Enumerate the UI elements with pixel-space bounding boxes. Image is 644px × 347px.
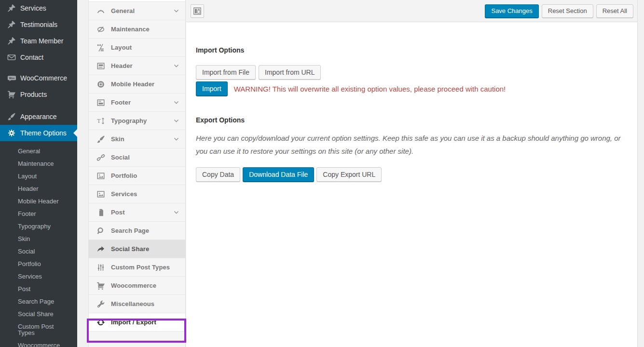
sidebar-item-label: Theme Options <box>20 129 67 137</box>
theme-menu-label: Footer <box>111 99 131 106</box>
sidebar-item-label: Appearance <box>20 113 57 120</box>
theme-menu-item-layout[interactable]: Layout <box>89 39 185 57</box>
layout-icon <box>96 43 105 52</box>
copy-export-url-button[interactable]: Copy Export URL <box>316 167 382 182</box>
share-icon <box>96 245 105 254</box>
sidebar-item-label: WooCommerce <box>20 74 67 82</box>
circle-icon <box>96 80 105 89</box>
pin-icon <box>7 20 16 29</box>
theme-menu-item-miscellaneous[interactable]: Miscellaneous <box>89 295 185 313</box>
theme-menu-label: Typography <box>111 117 147 124</box>
submenu-item-search-page[interactable]: Search Page <box>0 295 77 308</box>
submenu-item-post[interactable]: Post <box>0 283 77 295</box>
sidebar-item-contact[interactable]: Contact <box>0 49 77 66</box>
sidebar-item-label: Services <box>20 4 46 12</box>
chevron-down-icon <box>173 8 179 14</box>
cart-icon <box>96 281 105 290</box>
submenu-item-social[interactable]: Social <box>0 245 77 258</box>
theme-options-menu-panel: General Maintenance Layout Header Mobile… <box>88 0 186 347</box>
sidebar-item-testimonials[interactable]: Testimonials <box>0 16 77 33</box>
link-icon <box>96 153 105 162</box>
pin-icon <box>7 3 16 13</box>
theme-menu-label: Miscellaneous <box>111 300 154 307</box>
theme-menu-label: Search Page <box>111 227 149 234</box>
import-from-file-button[interactable]: Import from File <box>196 65 256 80</box>
submenu-item-general[interactable]: General <box>0 145 77 158</box>
reset-section-button[interactable]: Reset Section <box>542 4 593 18</box>
chevron-down-icon <box>173 209 179 215</box>
header-box-icon <box>96 62 105 70</box>
submenu-item-maintenance[interactable]: Maintenance <box>0 158 77 170</box>
import-action-row: Import WARNING! This will overwrite all … <box>196 81 628 96</box>
theme-menu-item-portfolio[interactable]: Portfolio <box>89 167 185 185</box>
typography-icon: T <box>96 117 105 125</box>
submenu-item-typography[interactable]: Typography <box>0 220 77 233</box>
theme-menu-item-post[interactable]: Post <box>89 203 185 222</box>
theme-menu-label: Maintenance <box>111 26 150 33</box>
theme-menu-item-search-page[interactable]: Search Page <box>89 222 185 240</box>
submenu-item-skin[interactable]: Skin <box>0 233 77 245</box>
topbar-actions: Save Changes Reset Section Reset All <box>485 4 633 18</box>
search-icon <box>96 227 105 235</box>
theme-menu-item-typography[interactable]: T Typography <box>89 112 185 130</box>
submenu-item-mobile-header[interactable]: Mobile Header <box>0 195 77 208</box>
theme-menu-label: Mobile Header <box>111 80 154 88</box>
theme-menu-item-social-share[interactable]: Social Share <box>89 240 185 258</box>
sidebar-item-woocommerce[interactable]: Woo WooCommerce <box>0 70 77 86</box>
submenu-item-header[interactable]: Header <box>0 183 77 195</box>
export-buttons: Copy Data Download Data File Copy Export… <box>196 167 628 182</box>
theme-menu-label: Layout <box>111 44 132 51</box>
theme-menu-label: Header <box>111 62 133 69</box>
import-button[interactable]: Import <box>196 81 228 96</box>
submenu-item-footer[interactable]: Footer <box>0 208 77 220</box>
save-changes-button[interactable]: Save Changes <box>485 4 538 18</box>
theme-menu-item-header[interactable]: Header <box>89 57 185 75</box>
sidebar-item-products[interactable]: Products <box>0 86 77 103</box>
theme-menu-item-skin[interactable]: Skin <box>89 130 185 148</box>
sidebar-item-label: Testimonials <box>20 21 57 28</box>
theme-menu-label: General <box>111 7 135 14</box>
sidebar-item-appearance[interactable]: Appearance <box>0 108 77 125</box>
import-options-title: Import Options <box>196 46 628 54</box>
theme-menu-label: Post <box>111 209 125 216</box>
submenu-item-social-share[interactable]: Social Share <box>0 308 77 320</box>
submenu-item-layout[interactable]: Layout <box>0 170 77 183</box>
post-icon <box>96 208 105 217</box>
theme-menu-item-woocommerce[interactable]: Woocommerce <box>89 277 185 295</box>
submenu-item-portfolio[interactable]: Portfolio <box>0 258 77 270</box>
sidebar-separator <box>0 103 77 108</box>
pin-icon <box>7 36 16 46</box>
sidebar-item-theme-options[interactable]: Theme Options <box>0 125 77 141</box>
theme-menu-item-maintenance[interactable]: Maintenance <box>89 20 185 39</box>
sidebar-item-team-member[interactable]: Team Member <box>0 33 77 49</box>
theme-menu-item-import-export[interactable]: Import / Export <box>89 313 185 332</box>
theme-menu-item-custom-post-types[interactable]: Custom Post Types <box>89 258 185 277</box>
theme-menu-item-social[interactable]: Social <box>89 148 185 167</box>
svg-text:T: T <box>97 118 101 124</box>
gauge-icon <box>96 7 105 15</box>
expand-options-button[interactable] <box>191 4 204 18</box>
panel-layout-icon <box>193 7 202 15</box>
chevron-down-icon <box>173 63 179 69</box>
theme-menu-label: Social Share <box>111 245 149 253</box>
import-from-url-button[interactable]: Import from URL <box>259 65 321 80</box>
theme-menu-item-mobile-header[interactable]: Mobile Header <box>89 75 185 93</box>
theme-menu-item-footer[interactable]: Footer <box>89 93 185 112</box>
download-data-file-button[interactable]: Download Data File <box>243 167 314 182</box>
import-source-buttons: Import from File Import from URL <box>196 65 628 80</box>
theme-menu-label: Import / Export <box>111 319 156 326</box>
sidebar-item-label: Products <box>20 91 47 98</box>
theme-menu-label: Social <box>111 154 130 161</box>
reset-all-button[interactable]: Reset All <box>596 4 633 18</box>
submenu-item-services[interactable]: Services <box>0 270 77 283</box>
theme-menu-label: Custom Post Types <box>111 264 170 271</box>
submenu-item-custom-post-types[interactable]: Custom Post Types <box>0 320 77 339</box>
envelope-icon <box>7 53 16 62</box>
submenu-item-woocommerce[interactable]: Woocommerce <box>0 339 77 347</box>
theme-menu-item-general[interactable]: General <box>89 2 185 20</box>
copy-data-button[interactable]: Copy Data <box>196 167 240 182</box>
eye-off-icon <box>96 25 105 34</box>
sidebar-item-services[interactable]: Services <box>0 0 77 16</box>
theme-menu-item-services[interactable]: Services <box>89 185 185 203</box>
export-options-title: Export Options <box>196 116 628 124</box>
